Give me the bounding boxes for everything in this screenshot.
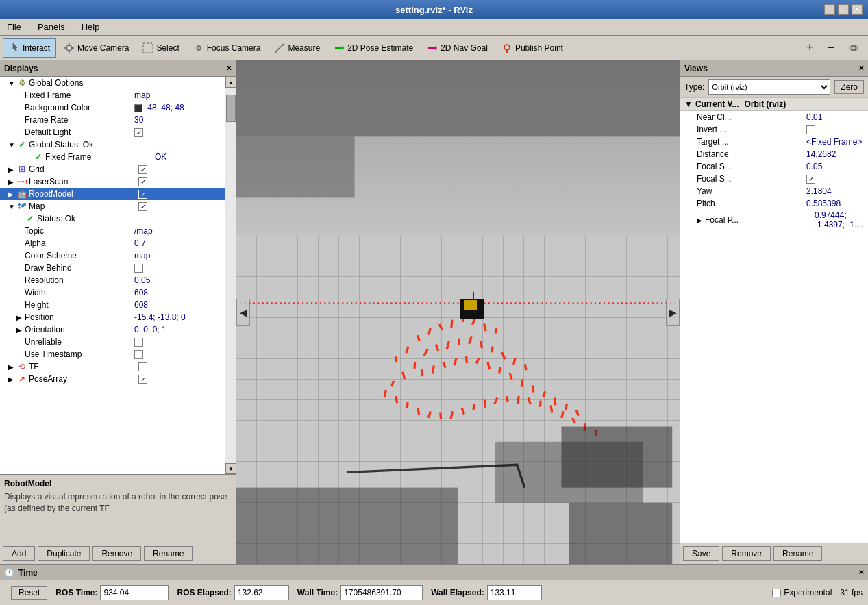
menu-panels[interactable]: Panels <box>34 21 69 34</box>
laserscan-row[interactable]: ▶ ⟿ LaserScan ✓ <box>0 175 225 188</box>
tf-row[interactable]: ▶ ⟲ TF <box>0 360 225 373</box>
global-status-expand[interactable]: ▼ <box>8 141 16 149</box>
map-orientation-value[interactable]: 0; 0; 0; 1 <box>134 325 223 334</box>
global-options-row[interactable]: ▼ ⚙ Global Options <box>0 77 225 89</box>
fixed-frame-row[interactable]: Fixed Frame map <box>0 89 225 101</box>
map-row[interactable]: ▼ 🗺 Map ✓ <box>0 200 225 212</box>
grid-expand[interactable]: ▶ <box>8 166 16 173</box>
tf-checkbox[interactable] <box>138 362 147 371</box>
menu-help[interactable]: Help <box>77 21 104 34</box>
global-status-row[interactable]: ▼ ✓ Global Status: Ok <box>0 138 225 151</box>
focal-s1-row[interactable]: Focal S... 0.05 <box>680 160 868 173</box>
map-topic-value[interactable]: /map <box>134 226 223 236</box>
viewport-nav-left[interactable]: ◀ <box>236 299 250 326</box>
map-status-row[interactable]: ✓ Status: Ok <box>0 212 225 225</box>
interact-button[interactable]: Interact <box>3 38 56 58</box>
pitch-row[interactable]: Pitch 0.585398 <box>680 197 868 210</box>
posearray-expand[interactable]: ▶ <box>8 375 16 383</box>
map-color-scheme-row[interactable]: Color Scheme map <box>0 249 225 262</box>
views-zero-button[interactable]: Zero <box>834 80 864 94</box>
scroll-down-button[interactable]: ▼ <box>225 463 236 474</box>
add-button[interactable]: Add <box>3 546 35 561</box>
grid-row[interactable]: ▶ ⊞ Grid ✓ <box>0 163 225 175</box>
distance-value[interactable]: 14.2682 <box>806 149 867 159</box>
minimize-button[interactable]: ─ <box>824 4 835 15</box>
frame-rate-value[interactable]: 30 <box>134 115 223 125</box>
laserscan-checkbox[interactable]: ✓ <box>138 177 147 186</box>
robotmodel-checkbox[interactable]: ✓ <box>138 190 147 199</box>
global-options-expand[interactable]: ▼ <box>8 79 16 87</box>
map-expand[interactable]: ▼ <box>8 203 16 210</box>
target-value[interactable]: <Fixed Frame> <box>806 137 867 147</box>
map-draw-behind-checkbox[interactable] <box>134 264 143 273</box>
views-rename-button[interactable]: Rename <box>773 546 822 561</box>
views-remove-button[interactable]: Remove <box>722 546 771 561</box>
focus-camera-button[interactable]: Focus Camera <box>187 38 267 58</box>
nav-goal-button[interactable]: 2D Nav Goal <box>421 38 494 58</box>
invert-row[interactable]: Invert ... <box>680 123 868 136</box>
current-view-header[interactable]: ▼ Current V... Orbit (rviz) <box>680 98 868 111</box>
remove-button[interactable]: Remove <box>92 546 141 561</box>
map-position-value[interactable]: -15.4; -13.8; 0 <box>134 312 223 322</box>
select-button[interactable]: Select <box>136 38 185 58</box>
remove-display-button[interactable]: − <box>821 38 841 58</box>
tf-expand[interactable]: ▶ <box>8 363 16 371</box>
pitch-value[interactable]: 0.585398 <box>806 199 867 208</box>
default-light-row[interactable]: Default Light ✓ <box>0 126 225 138</box>
laserscan-expand[interactable]: ▶ <box>8 178 16 186</box>
robotmodel-expand[interactable]: ▶ <box>8 190 16 198</box>
robotmodel-row[interactable]: ▶ 🤖 RobotModel ✓ <box>0 188 225 200</box>
scroll-thumb[interactable] <box>226 95 236 122</box>
yaw-value[interactable]: 2.1804 <box>806 186 867 196</box>
map-position-row[interactable]: ▶ Position -15.4; -13.8; 0 <box>0 311 225 323</box>
ros-time-input[interactable] <box>100 585 169 600</box>
near-clip-row[interactable]: Near Cl... 0.01 <box>680 111 868 123</box>
map-position-expand[interactable]: ▶ <box>16 314 25 321</box>
near-clip-value[interactable]: 0.01 <box>806 112 867 122</box>
map-use-timestamp-checkbox[interactable] <box>134 350 143 359</box>
viewport[interactable]: ◀ ▶ <box>236 60 680 564</box>
focal-p-expand[interactable]: ▶ <box>697 217 705 224</box>
camera-settings-button[interactable] <box>842 38 865 58</box>
current-view-expand[interactable]: ▼ <box>684 99 693 109</box>
displays-close-button[interactable]: ✕ <box>226 64 232 72</box>
experimental-checkbox[interactable] <box>772 589 781 597</box>
map-draw-behind-row[interactable]: Draw Behind <box>0 262 225 274</box>
rename-button[interactable]: Rename <box>144 546 193 561</box>
views-close-button[interactable]: ✕ <box>858 64 864 72</box>
scroll-up-button[interactable]: ▲ <box>225 77 236 88</box>
focal-s2-row[interactable]: Focal S... ✓ <box>680 173 868 185</box>
add-display-button[interactable]: + <box>800 38 820 58</box>
wall-elapsed-input[interactable] <box>487 585 542 600</box>
invert-checkbox[interactable] <box>806 125 815 134</box>
displays-tree[interactable]: ▼ ⚙ Global Options Fixed Frame map Backg… <box>0 77 225 474</box>
measure-button[interactable]: Measure <box>268 38 326 58</box>
default-light-checkbox[interactable]: ✓ <box>134 128 143 137</box>
menu-file[interactable]: File <box>3 21 25 34</box>
reset-button[interactable]: Reset <box>11 586 47 600</box>
map-checkbox[interactable]: ✓ <box>138 202 147 211</box>
focal-p-value[interactable]: 0.97444; -1.4397; -1.... <box>815 210 867 230</box>
map-color-scheme-value[interactable]: map <box>134 251 223 260</box>
fixed-frame-value[interactable]: map <box>134 90 223 100</box>
pose-estimate-button[interactable]: 2D Pose Estimate <box>327 38 419 58</box>
posearray-checkbox[interactable]: ✓ <box>138 375 147 384</box>
map-use-timestamp-row[interactable]: Use Timestamp <box>0 348 225 360</box>
maximize-button[interactable]: □ <box>838 4 849 15</box>
map-height-row[interactable]: Height 608 <box>0 299 225 311</box>
map-alpha-row[interactable]: Alpha 0.7 <box>0 237 225 249</box>
close-button[interactable]: ✕ <box>852 4 863 15</box>
views-save-button[interactable]: Save <box>683 546 719 561</box>
focal-s1-value[interactable]: 0.05 <box>806 162 867 171</box>
map-topic-row[interactable]: Topic /map <box>0 225 225 237</box>
map-unreliable-row[interactable]: Unreliable <box>0 336 225 348</box>
move-camera-button[interactable]: Move Camera <box>58 38 135 58</box>
time-panel-close-button[interactable]: ✕ <box>858 569 864 576</box>
focal-s2-checkbox[interactable]: ✓ <box>806 175 815 184</box>
viewport-nav-right[interactable]: ▶ <box>666 299 680 326</box>
views-type-select[interactable]: Orbit (rviz) <box>708 79 830 95</box>
map-width-row[interactable]: Width 608 <box>0 286 225 299</box>
distance-row[interactable]: Distance 14.2682 <box>680 148 868 160</box>
posearray-row[interactable]: ▶ ↗ PoseArray ✓ <box>0 373 225 385</box>
map-orientation-expand[interactable]: ▶ <box>16 326 25 334</box>
